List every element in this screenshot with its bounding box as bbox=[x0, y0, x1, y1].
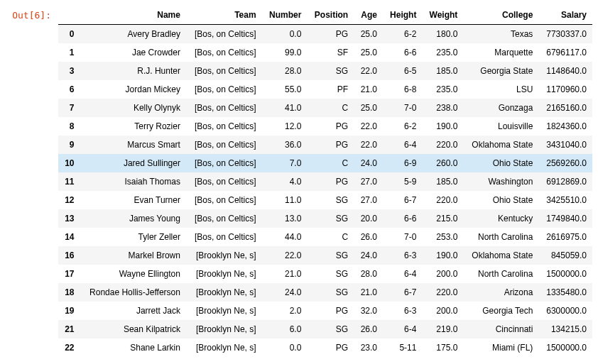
cell: PG bbox=[307, 136, 354, 154]
cell: Washington bbox=[463, 172, 538, 191]
table-row: 12Evan Turner[Bos, on Celtics]11.0SG27.0… bbox=[58, 191, 592, 209]
cell: 134215.0 bbox=[538, 320, 592, 338]
cell: 2616975.0 bbox=[538, 228, 592, 246]
cell: PG bbox=[307, 25, 354, 44]
cell: Wayne Ellington bbox=[80, 265, 186, 283]
cell: Miami (FL) bbox=[463, 338, 538, 357]
row-index: 11 bbox=[58, 172, 80, 191]
cell: 22.0 bbox=[262, 246, 308, 265]
cell: [Bos, on Celtics] bbox=[186, 209, 262, 228]
cell: 0.0 bbox=[262, 338, 308, 357]
output-prompt: Out[6]: bbox=[6, 6, 58, 21]
cell: 1824360.0 bbox=[538, 117, 592, 136]
output-area: NameTeamNumberPositionAgeHeightWeightCol… bbox=[58, 6, 592, 357]
cell: Jordan Mickey bbox=[80, 80, 186, 99]
column-header: Weight bbox=[422, 6, 463, 25]
cell: [Bos, on Celtics] bbox=[186, 25, 262, 44]
cell: 1749840.0 bbox=[538, 209, 592, 228]
cell: Gonzaga bbox=[463, 99, 538, 117]
cell: PG bbox=[307, 172, 354, 191]
cell: 6-7 bbox=[383, 283, 422, 302]
cell: 6.0 bbox=[262, 320, 308, 338]
cell: PG bbox=[307, 117, 354, 136]
column-header: Age bbox=[354, 6, 383, 25]
row-index: 22 bbox=[58, 338, 80, 357]
cell: 215.0 bbox=[422, 209, 463, 228]
cell: 41.0 bbox=[262, 99, 308, 117]
row-index: 16 bbox=[58, 246, 80, 265]
cell: 3431040.0 bbox=[538, 136, 592, 154]
row-index: 10 bbox=[58, 154, 80, 172]
index-header bbox=[58, 6, 80, 25]
cell: [Brooklyn Ne, s] bbox=[186, 338, 262, 357]
cell: 24.0 bbox=[354, 246, 383, 265]
column-header: Salary bbox=[538, 6, 592, 25]
cell: 6300000.0 bbox=[538, 302, 592, 320]
row-index: 9 bbox=[58, 136, 80, 154]
cell: LSU bbox=[463, 80, 538, 99]
cell: R.J. Hunter bbox=[80, 62, 186, 80]
row-index: 7 bbox=[58, 99, 80, 117]
cell: 7-0 bbox=[383, 228, 422, 246]
cell: PG bbox=[307, 302, 354, 320]
cell: [Bos, on Celtics] bbox=[186, 172, 262, 191]
cell: Kentucky bbox=[463, 209, 538, 228]
cell: Ohio State bbox=[463, 154, 538, 172]
cell: Jared Sullinger bbox=[80, 154, 186, 172]
cell: 21.0 bbox=[262, 265, 308, 283]
cell: 185.0 bbox=[422, 172, 463, 191]
row-index: 18 bbox=[58, 283, 80, 302]
cell: 1148640.0 bbox=[538, 62, 592, 80]
cell: 6-7 bbox=[383, 191, 422, 209]
cell: 6-8 bbox=[383, 80, 422, 99]
cell: SG bbox=[307, 265, 354, 283]
cell: Shane Larkin bbox=[80, 338, 186, 357]
table-row: 19Jarrett Jack[Brooklyn Ne, s]2.0PG32.06… bbox=[58, 302, 592, 320]
cell: Sean Kilpatrick bbox=[80, 320, 186, 338]
table-row: 9Marcus Smart[Bos, on Celtics]36.0PG22.0… bbox=[58, 136, 592, 154]
cell: 99.0 bbox=[262, 43, 308, 62]
column-header: Position bbox=[307, 6, 354, 25]
cell: 21.0 bbox=[354, 80, 383, 99]
cell: 22.0 bbox=[354, 117, 383, 136]
cell: 0.0 bbox=[262, 25, 308, 44]
column-header: College bbox=[463, 6, 538, 25]
cell: 190.0 bbox=[422, 117, 463, 136]
cell: 55.0 bbox=[262, 80, 308, 99]
cell: 25.0 bbox=[354, 43, 383, 62]
dataframe-table: NameTeamNumberPositionAgeHeightWeightCol… bbox=[58, 6, 592, 357]
cell: 6-5 bbox=[383, 62, 422, 80]
cell: 12.0 bbox=[262, 117, 308, 136]
cell: 24.0 bbox=[262, 283, 308, 302]
cell: 27.0 bbox=[354, 172, 383, 191]
cell: Kelly Olynyk bbox=[80, 99, 186, 117]
row-index: 13 bbox=[58, 209, 80, 228]
cell: Rondae Hollis-Jefferson bbox=[80, 283, 186, 302]
cell: [Bos, on Celtics] bbox=[186, 62, 262, 80]
cell: 36.0 bbox=[262, 136, 308, 154]
cell: Evan Turner bbox=[80, 191, 186, 209]
cell: 13.0 bbox=[262, 209, 308, 228]
cell: C bbox=[307, 228, 354, 246]
cell: 22.0 bbox=[354, 136, 383, 154]
cell: PG bbox=[307, 338, 354, 357]
cell: 7-0 bbox=[383, 99, 422, 117]
cell: 2165160.0 bbox=[538, 99, 592, 117]
table-row: 16Markel Brown[Brooklyn Ne, s]22.0SG24.0… bbox=[58, 246, 592, 265]
cell: 26.0 bbox=[354, 228, 383, 246]
cell: 6796117.0 bbox=[538, 43, 592, 62]
row-index: 8 bbox=[58, 117, 80, 136]
table-row: 21Sean Kilpatrick[Brooklyn Ne, s]6.0SG26… bbox=[58, 320, 592, 338]
cell: SG bbox=[307, 246, 354, 265]
table-body: 0Avery Bradley[Bos, on Celtics]0.0PG25.0… bbox=[58, 25, 592, 358]
cell: 219.0 bbox=[422, 320, 463, 338]
cell: 1500000.0 bbox=[538, 338, 592, 357]
table-row: 10Jared Sullinger[Bos, on Celtics]7.0C24… bbox=[58, 154, 592, 172]
cell: 260.0 bbox=[422, 154, 463, 172]
table-row: 17Wayne Ellington[Brooklyn Ne, s]21.0SG2… bbox=[58, 265, 592, 283]
cell: 185.0 bbox=[422, 62, 463, 80]
cell: [Brooklyn Ne, s] bbox=[186, 320, 262, 338]
cell: 235.0 bbox=[422, 80, 463, 99]
cell: 4.0 bbox=[262, 172, 308, 191]
cell: 6-2 bbox=[383, 25, 422, 44]
